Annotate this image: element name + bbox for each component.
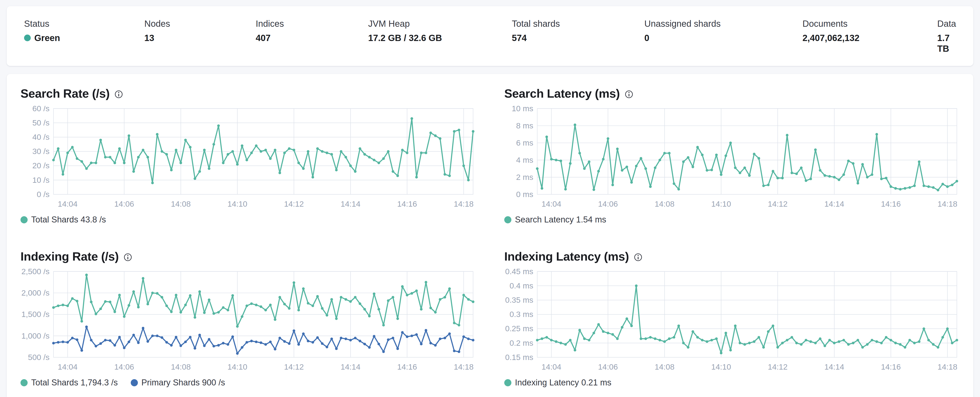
data-point-marker bbox=[772, 170, 775, 172]
legend-item[interactable]: Primary Shards 900 /s bbox=[131, 378, 225, 388]
data-point-marker bbox=[927, 339, 930, 341]
data-point-marker bbox=[602, 330, 605, 333]
data-point-marker bbox=[706, 340, 708, 343]
info-icon[interactable] bbox=[634, 253, 642, 261]
data-point-marker bbox=[541, 187, 543, 190]
data-point-marker bbox=[810, 340, 812, 343]
stat-value: 574 bbox=[512, 33, 644, 43]
data-point-marker bbox=[377, 162, 380, 164]
y-axis-tick-label: 0.3 ms bbox=[510, 310, 533, 319]
data-point-marker bbox=[363, 153, 366, 156]
data-point-marker bbox=[762, 346, 765, 349]
data-point-marker bbox=[682, 342, 685, 344]
x-axis-tick-label: 14:10 bbox=[711, 200, 731, 209]
legend-item[interactable]: Total Shards 1,794.3 /s bbox=[21, 378, 118, 388]
data-point-marker bbox=[546, 336, 548, 339]
data-point-marker bbox=[387, 150, 390, 153]
data-point-marker bbox=[574, 123, 576, 126]
data-point-marker bbox=[738, 172, 741, 174]
y-axis-tick-label: 10 ms bbox=[512, 106, 533, 113]
x-axis-tick-label: 14:10 bbox=[228, 363, 247, 371]
data-point-marker bbox=[156, 292, 159, 295]
data-point-marker bbox=[630, 325, 633, 327]
data-point-marker bbox=[298, 309, 300, 312]
stat-nodes: Nodes 13 bbox=[144, 18, 256, 43]
data-point-marker bbox=[278, 296, 281, 299]
data-point-marker bbox=[795, 342, 798, 344]
data-point-marker bbox=[269, 341, 272, 343]
data-point-marker bbox=[288, 147, 291, 150]
data-point-marker bbox=[288, 343, 291, 345]
data-point-marker bbox=[222, 162, 224, 164]
data-point-marker bbox=[602, 158, 605, 161]
data-point-marker bbox=[208, 338, 210, 341]
info-icon[interactable] bbox=[124, 253, 132, 261]
data-point-marker bbox=[805, 339, 807, 341]
data-point-marker bbox=[391, 337, 394, 340]
data-point-marker bbox=[462, 294, 465, 297]
data-point-marker bbox=[847, 343, 850, 346]
y-axis-tick-label: 6 ms bbox=[516, 139, 533, 147]
data-point-marker bbox=[236, 163, 239, 166]
x-axis-tick-label: 14:14 bbox=[824, 200, 844, 209]
data-point-marker bbox=[467, 179, 470, 182]
data-point-marker bbox=[203, 149, 206, 151]
legend-item[interactable]: Search Latency 1.54 ms bbox=[504, 215, 606, 225]
data-point-marker bbox=[226, 309, 229, 312]
data-point-marker bbox=[724, 332, 727, 334]
x-axis-tick-label: 14:18 bbox=[454, 363, 474, 371]
data-point-marker bbox=[410, 292, 413, 295]
x-axis-tick-label: 14:16 bbox=[881, 363, 901, 371]
indexing-latency-line-chart[interactable]: 0.45 ms0.4 ms0.35 ms0.3 ms0.25 ms0.2 ms0… bbox=[504, 269, 959, 375]
indexing-rate-line-chart[interactable]: 2,500 /s2,000 /s1,500 /s1,000 /s500 /s14… bbox=[21, 269, 476, 375]
data-point-marker bbox=[80, 160, 83, 163]
data-point-marker bbox=[767, 184, 770, 187]
data-point-marker bbox=[311, 341, 314, 344]
data-point-marker bbox=[560, 159, 562, 162]
y-axis-tick-label: 20 /s bbox=[32, 161, 49, 170]
x-axis-tick-label: 14:10 bbox=[228, 200, 247, 209]
y-axis-tick-label: 40 /s bbox=[32, 132, 49, 142]
data-point-marker bbox=[52, 342, 55, 344]
y-axis-tick-label: 10 /s bbox=[32, 175, 49, 185]
data-point-marker bbox=[349, 300, 352, 303]
data-point-marker bbox=[857, 182, 859, 185]
x-axis-tick-label: 14:06 bbox=[114, 200, 134, 209]
x-axis-tick-label: 14:18 bbox=[937, 363, 957, 371]
legend-item[interactable]: Indexing Latency 0.21 ms bbox=[504, 378, 611, 388]
data-point-marker bbox=[640, 338, 642, 340]
data-point-marker bbox=[937, 189, 939, 191]
data-point-marker bbox=[123, 347, 126, 349]
health-status-dot-icon bbox=[24, 35, 31, 41]
data-point-marker bbox=[142, 277, 144, 280]
data-point-marker bbox=[109, 156, 111, 159]
legend-dot-icon bbox=[21, 216, 28, 223]
x-axis-tick-label: 14:18 bbox=[937, 200, 957, 209]
data-point-marker bbox=[99, 343, 102, 345]
info-icon[interactable] bbox=[625, 90, 633, 99]
data-point-marker bbox=[71, 337, 74, 340]
data-point-marker bbox=[894, 187, 897, 190]
data-point-marker bbox=[800, 343, 803, 346]
line-chart-svg: 2,500 /s2,000 /s1,500 /s1,000 /s500 /s14… bbox=[21, 269, 476, 375]
data-point-marker bbox=[625, 166, 628, 168]
line-chart-svg: 10 ms8 ms6 ms4 ms2 ms0 ms14:0414:0614:08… bbox=[504, 106, 959, 212]
legend-item[interactable]: Total Shards 43.8 /s bbox=[21, 215, 106, 225]
data-point-marker bbox=[635, 165, 638, 167]
data-point-marker bbox=[382, 324, 385, 327]
search-rate-line-chart[interactable]: 60 /s50 /s40 /s30 /s20 /s10 /s0 /s14:041… bbox=[21, 106, 476, 212]
search-latency-line-chart[interactable]: 10 ms8 ms6 ms4 ms2 ms0 ms14:0414:0614:08… bbox=[504, 106, 959, 212]
data-point-marker bbox=[861, 346, 864, 349]
data-point-marker bbox=[76, 157, 78, 160]
chart-title: Search Rate (/s) bbox=[21, 87, 110, 100]
info-icon[interactable] bbox=[115, 90, 123, 99]
data-point-marker bbox=[842, 174, 845, 176]
x-axis-tick-label: 14:12 bbox=[284, 200, 304, 209]
data-point-marker bbox=[326, 151, 328, 154]
legend-label: Total Shards 43.8 /s bbox=[31, 215, 106, 225]
data-point-marker bbox=[696, 336, 699, 339]
data-point-marker bbox=[165, 305, 168, 307]
stat-documents: Documents 2,407,062,132 bbox=[802, 18, 937, 43]
data-point-marker bbox=[621, 326, 624, 329]
data-point-marker bbox=[724, 155, 727, 157]
